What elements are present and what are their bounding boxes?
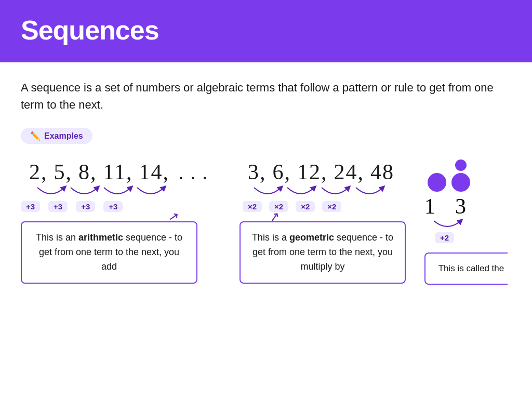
- dot-large: [428, 173, 446, 192]
- geo-num-4: 24,: [330, 159, 367, 184]
- geo-badge-3: ×2: [296, 201, 315, 212]
- arith-num-4: 11,: [100, 159, 136, 184]
- third-sequence-block: 1 3 +2 This: [424, 159, 508, 285]
- arithmetic-sequence-block: 2, 5, 8, 11, 14, . . .: [21, 159, 208, 284]
- third-badge: +2: [435, 232, 454, 243]
- arithmetic-callout: ↗ This is an arithmetic sequence - to ge…: [21, 221, 197, 284]
- third-callout: This is called the: [424, 252, 508, 285]
- geometric-numbers: 3, 6, 12, 24, 48: [245, 159, 397, 184]
- arithmetic-numbers: 2, 5, 8, 11, 14, . . .: [26, 159, 208, 184]
- geometric-arcs: [249, 185, 400, 200]
- main-content: A sequence is a set of numbers or algebr…: [0, 62, 532, 285]
- third-num-1: 1: [424, 194, 435, 219]
- sequences-row: 2, 5, 8, 11, 14, . . .: [21, 159, 511, 285]
- arith-bold: arithmetic: [78, 232, 123, 243]
- arith-badge-4: +3: [103, 201, 123, 212]
- geo-badge-4: ×2: [322, 201, 341, 212]
- arith-num-1: 2,: [26, 159, 51, 184]
- geometric-callout: ↗ This is a geometric sequence - to get …: [240, 221, 406, 284]
- arithmetic-arcs-svg: [30, 185, 191, 200]
- third-numbers: 1 3: [424, 194, 466, 219]
- dot-top-right: [455, 159, 467, 171]
- arithmetic-arcs: [30, 185, 191, 200]
- third-top: 1 3 +2: [424, 159, 482, 243]
- third-arc-svg: [430, 219, 482, 232]
- geo-num-5: 48: [367, 159, 397, 184]
- intro-text: A sequence is a set of numbers or algebr…: [21, 79, 511, 113]
- third-num-2: 3: [455, 194, 466, 219]
- arithmetic-label-row: +3 +3 +3 +3: [21, 201, 123, 212]
- geo-num-3: 12,: [294, 159, 331, 184]
- examples-badge: ✏️ Examples: [21, 128, 92, 144]
- examples-label: Examples: [44, 131, 83, 141]
- geometric-sequence-block: 3, 6, 12, 24, 48: [240, 159, 406, 284]
- arith-num-3: 8,: [75, 159, 100, 184]
- geo-badge-1: ×2: [243, 201, 262, 212]
- arith-num-5: 14,: [136, 159, 172, 184]
- arith-badge-2: +3: [48, 201, 68, 212]
- arith-dots: . . .: [172, 161, 208, 184]
- geometric-arcs-svg: [249, 185, 400, 200]
- pencil-icon: ✏️: [30, 131, 41, 141]
- arith-badge-1: +3: [21, 201, 40, 212]
- page-title: Sequences: [21, 15, 511, 46]
- geo-label-row: ×2 ×2 ×2 ×2: [243, 201, 341, 212]
- dot-bottom-right: [451, 173, 470, 192]
- geo-bold: geometric: [289, 232, 334, 243]
- page-header: Sequences: [0, 0, 532, 62]
- geo-num-1: 3,: [245, 159, 270, 184]
- geo-num-2: 6,: [269, 159, 294, 184]
- arith-num-2: 5,: [51, 159, 76, 184]
- arith-callout-arrow: ↗: [167, 206, 180, 227]
- arith-badge-3: +3: [76, 201, 95, 212]
- third-badge-row: +2: [435, 232, 454, 243]
